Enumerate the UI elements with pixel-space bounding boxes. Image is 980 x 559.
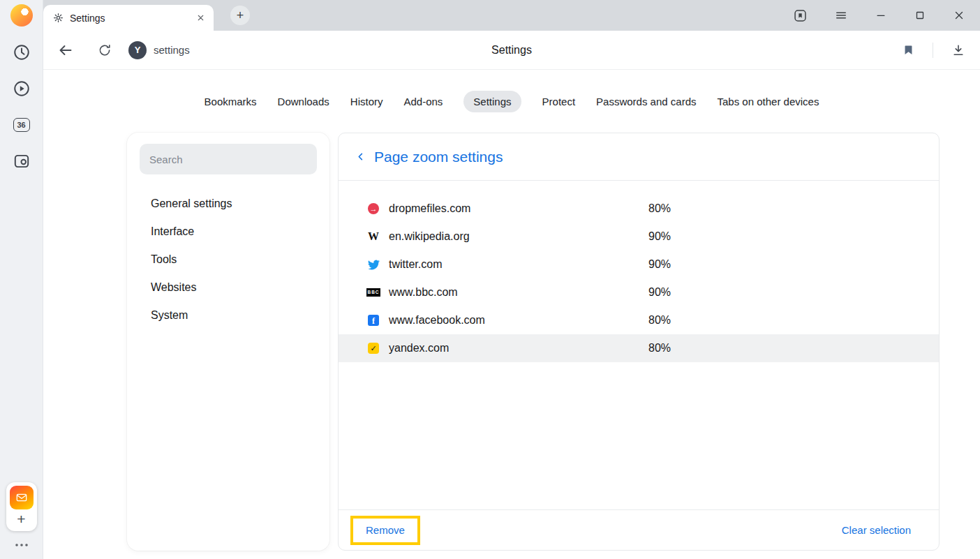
tab-counter-button[interactable]: 36: [8, 111, 36, 139]
zoom-value: 80%: [648, 202, 671, 215]
dropmefiles-favicon: →: [366, 203, 380, 214]
toolbar: Y settings Settings: [43, 31, 980, 70]
maximize-button[interactable]: [912, 8, 928, 23]
settings-search-input[interactable]: [140, 144, 317, 174]
nav-tab-addons[interactable]: Add-ons: [403, 91, 443, 112]
downloads-button[interactable]: [950, 42, 967, 59]
menu-item-interface[interactable]: Interface: [127, 218, 329, 246]
toolbar-right-group: [901, 42, 980, 59]
menu-item-system[interactable]: System: [127, 301, 329, 329]
browser-tab-settings[interactable]: Settings: [43, 5, 214, 31]
screenshot-icon: [13, 152, 31, 170]
history-button[interactable]: [8, 38, 36, 66]
clock-icon: [13, 43, 31, 61]
settings-body: General settings Interface Tools Website…: [127, 133, 940, 551]
zoom-site-list: → dropmefiles.com 80% W en.wikipedia.org…: [339, 181, 939, 362]
site-name: en.wikipedia.org: [389, 230, 648, 243]
browser-window: 36 + Setting: [0, 0, 980, 559]
reload-icon: [98, 43, 112, 57]
close-icon: [953, 9, 965, 22]
nav-tab-other-devices[interactable]: Tabs on other devices: [718, 91, 819, 112]
site-name: www.facebook.com: [389, 314, 648, 327]
tab-count-label: 36: [17, 121, 25, 129]
url-text[interactable]: settings: [154, 44, 190, 56]
nav-tab-settings[interactable]: Settings: [463, 91, 521, 112]
toolbar-divider: [933, 43, 933, 58]
zoom-row-bbc[interactable]: BBC www.bbc.com 90%: [339, 278, 939, 306]
page-zoom-panel: Page zoom settings → dropmefiles.com 80%: [338, 133, 940, 551]
wikipedia-w-icon: W: [368, 231, 379, 242]
play-icon: [13, 80, 31, 98]
zoom-panel-footer: Remove Clear selection: [339, 509, 939, 550]
zoom-row-yandex[interactable]: ✓ yandex.com 80%: [339, 334, 939, 362]
side-rail: 36 +: [0, 0, 43, 559]
yandex-mail-icon[interactable]: [10, 486, 34, 509]
add-app-button[interactable]: +: [13, 509, 29, 529]
twitter-bird-icon: [368, 259, 380, 271]
gear-icon: [53, 13, 64, 23]
minimize-icon: [875, 9, 887, 22]
settings-menu-panel: General settings Interface Tools Website…: [127, 133, 329, 551]
toolbar-left-group: [43, 40, 113, 60]
arrow-right-icon: →: [368, 203, 379, 214]
video-button[interactable]: [8, 75, 36, 103]
bbc-favicon: BBC: [366, 288, 380, 297]
window-controls: [792, 0, 980, 31]
minimize-button[interactable]: [873, 8, 889, 23]
settings-nav-tabs: Bookmarks Downloads History Add-ons Sett…: [43, 70, 980, 112]
address-bar[interactable]: Y settings: [128, 41, 190, 59]
zoom-value: 90%: [648, 258, 671, 271]
selected-checkbox[interactable]: ✓: [366, 343, 380, 354]
page-title: Settings: [491, 44, 532, 57]
zoom-panel-header[interactable]: Page zoom settings: [339, 133, 939, 181]
maximize-icon: [914, 9, 926, 22]
browser-menu-button[interactable]: [833, 7, 849, 24]
zoom-row-facebook[interactable]: f www.facebook.com 80%: [339, 306, 939, 334]
remove-button[interactable]: Remove: [366, 524, 405, 536]
tab-close-icon[interactable]: [193, 10, 208, 25]
zoom-value: 90%: [648, 230, 671, 243]
site-badge-icon: Y: [128, 41, 147, 59]
more-options-button[interactable]: [12, 539, 31, 551]
wikipedia-favicon: W: [366, 231, 380, 242]
nav-tab-history[interactable]: History: [350, 91, 383, 112]
zoom-row-wikipedia[interactable]: W en.wikipedia.org 90%: [339, 223, 939, 251]
site-name: dropmefiles.com: [389, 202, 648, 215]
clear-selection-button[interactable]: Clear selection: [842, 524, 911, 536]
bbc-blocks-icon: BBC: [366, 288, 380, 297]
apps-dock: +: [6, 482, 37, 531]
zoom-panel-title: Page zoom settings: [374, 149, 503, 165]
nav-tab-downloads[interactable]: Downloads: [278, 91, 329, 112]
tab-title: Settings: [70, 13, 187, 24]
tab-strip: Settings +: [43, 0, 980, 31]
back-arrow-icon: [57, 42, 74, 59]
zoom-row-dropmefiles[interactable]: → dropmefiles.com 80%: [339, 195, 939, 223]
settings-menu-list: General settings Interface Tools Website…: [127, 190, 329, 329]
zoom-row-twitter[interactable]: twitter.com 90%: [339, 251, 939, 278]
reload-button[interactable]: [96, 42, 113, 59]
profile-avatar[interactable]: [10, 4, 33, 27]
bookmark-button[interactable]: [901, 42, 916, 58]
ellipsis-icon: [15, 542, 29, 548]
zoom-panel-spacer: [339, 362, 939, 509]
zoom-value: 90%: [648, 286, 671, 299]
remove-highlight-box: Remove: [350, 516, 420, 545]
site-name: www.bbc.com: [389, 286, 648, 299]
browser-main-column: Settings +: [43, 0, 980, 559]
zoom-value: 80%: [648, 314, 671, 327]
menu-item-tools[interactable]: Tools: [127, 246, 329, 274]
sidebar-panel-button[interactable]: [792, 7, 809, 24]
facebook-f-icon: f: [368, 315, 379, 326]
nav-tab-passwords[interactable]: Passwords and cards: [596, 91, 696, 112]
site-name: twitter.com: [389, 258, 648, 271]
menu-item-websites[interactable]: Websites: [127, 274, 329, 301]
menu-item-general-settings[interactable]: General settings: [127, 190, 329, 218]
nav-tab-bookmarks[interactable]: Bookmarks: [205, 91, 257, 112]
nav-tab-protect[interactable]: Protect: [542, 91, 576, 112]
screenshot-button[interactable]: [8, 147, 36, 175]
close-button[interactable]: [951, 8, 967, 23]
bookmark-icon: [903, 43, 914, 57]
settings-page: Bookmarks Downloads History Add-ons Sett…: [43, 70, 980, 559]
new-tab-button[interactable]: +: [230, 6, 250, 25]
back-button[interactable]: [56, 40, 75, 60]
